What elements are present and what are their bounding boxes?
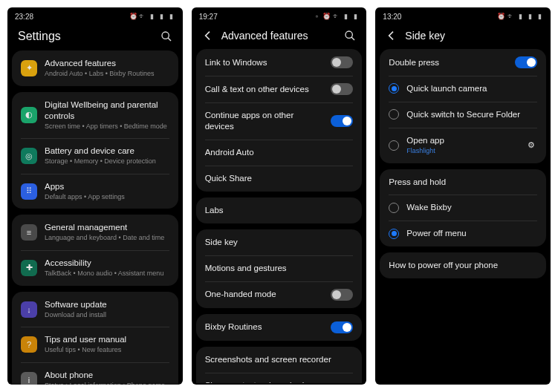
- battery-icon: ◎: [21, 148, 37, 164]
- search-icon[interactable]: [344, 30, 356, 42]
- toggle-bixby-routines[interactable]: [331, 321, 353, 333]
- status-icons: ⏰ ᯤ ▮ ▮ ▮: [497, 13, 543, 20]
- settings-item-apps[interactable]: ⠿AppsDefault apps • App settings: [12, 174, 178, 209]
- item-title: Motions and gestures: [205, 263, 354, 274]
- nfc-icon: ▫: [313, 13, 320, 20]
- wifi-icon: ᯤ: [507, 13, 514, 20]
- wifi-icon: ᯤ: [332, 13, 340, 20]
- toggle-call-text[interactable]: [331, 83, 353, 95]
- section-header: Press and hold: [380, 169, 546, 195]
- how-to-power-off[interactable]: How to power off your phone: [380, 252, 546, 278]
- page-title: Side key: [405, 30, 540, 42]
- radio-label: Quick launch camera: [406, 83, 537, 94]
- adv-item-show-contacts[interactable]: Show contacts when sharing content: [196, 373, 363, 384]
- signal-icon-2: ▮: [526, 13, 533, 20]
- item-subtitle: TalkBack • Mono audio • Assistant menu: [45, 270, 169, 278]
- signal-icon: ▮: [516, 13, 524, 20]
- item-title: Side key: [205, 237, 354, 248]
- adv-group: Labs: [196, 197, 363, 223]
- header: Side key: [375, 22, 551, 49]
- section-toggle[interactable]: [515, 56, 537, 68]
- settings-item-tips[interactable]: ?Tips and user manualUseful tips • New f…: [12, 327, 178, 362]
- signal-icon-2: ▮: [158, 13, 166, 20]
- page-title: Settings: [18, 30, 153, 43]
- page-title: Advanced features: [221, 30, 337, 42]
- accessibility-icon: ✚: [21, 260, 37, 276]
- battery-icon: ▮: [168, 13, 175, 20]
- item-title: Tips and user manual: [45, 334, 169, 345]
- adv-item-screenshots[interactable]: Screenshots and screen recorder: [196, 347, 363, 373]
- adv-item-continue-apps[interactable]: Continue apps on other devices: [196, 102, 363, 140]
- gear-icon[interactable]: ⚙: [525, 140, 537, 151]
- advanced-list[interactable]: Link to WindowsCall & text on other devi…: [192, 49, 367, 383]
- settings-item-accessibility[interactable]: ✚AccessibilityTalkBack • Mono audio • As…: [12, 250, 178, 286]
- item-subtitle: Android Auto • Labs • Bixby Routines: [45, 70, 169, 79]
- back-icon[interactable]: [202, 30, 214, 42]
- item-subtitle: Screen time • App timers • Bedtime mode: [45, 122, 169, 131]
- alarm-icon: ⏰: [497, 13, 505, 20]
- software-icon: ↓: [21, 301, 37, 318]
- settings-item-advanced[interactable]: ✦Advanced featuresAndroid Auto • Labs • …: [12, 50, 178, 86]
- footer-card: How to power off your phone: [380, 252, 546, 278]
- item-title: Show contacts when sharing content: [205, 380, 324, 384]
- item-title: Software update: [45, 299, 169, 310]
- radio-wake-bixby[interactable]: Wake Bixby: [380, 195, 546, 220]
- radio-power-off[interactable]: Power off menu: [380, 220, 546, 246]
- item-title: How to power off your phone: [389, 260, 498, 271]
- settings-item-general[interactable]: ≡General managementLanguage and keyboard…: [12, 215, 178, 250]
- screen-side-key: 13:20 ⏰ ᯤ ▮ ▮ ▮ Side key Double pressQui…: [375, 7, 551, 385]
- item-title: Screenshots and screen recorder: [205, 354, 354, 365]
- settings-item-about[interactable]: iAbout phoneStatus • Legal information •…: [12, 362, 178, 385]
- back-icon[interactable]: [386, 30, 398, 42]
- adv-group: Bixby Routines: [196, 314, 363, 341]
- item-title: Digital Wellbeing and parental controls: [45, 99, 169, 122]
- item-title: Android Auto: [205, 147, 354, 158]
- item-title: Quick Share: [205, 173, 354, 184]
- status-icons: ⏰ ᯤ ▮ ▮ ▮: [129, 13, 175, 20]
- radio-label: Quick switch to Secure Folder: [406, 109, 537, 120]
- item-title: Accessibility: [45, 258, 169, 269]
- settings-item-wellbeing[interactable]: ◐Digital Wellbeing and parental controls…: [12, 92, 178, 139]
- adv-item-one-handed[interactable]: One-handed mode: [196, 281, 363, 308]
- advanced-icon: ✦: [21, 60, 37, 76]
- svg-point-0: [162, 32, 169, 39]
- radio-icon[interactable]: [389, 109, 399, 120]
- adv-item-link-windows[interactable]: Link to Windows: [196, 49, 363, 76]
- section-double-press: Double pressQuick launch cameraQuick swi…: [380, 49, 546, 163]
- screen-advanced-features: 19:27 ▫ ⏰ ᯤ ▮ ▮ Advanced features Link t…: [192, 7, 367, 385]
- adv-item-android-auto[interactable]: Android Auto: [196, 140, 363, 166]
- radio-label: Power off menu: [406, 228, 537, 239]
- radio-icon[interactable]: [389, 229, 399, 239]
- radio-icon[interactable]: [389, 140, 399, 151]
- adv-item-side-key[interactable]: Side key: [196, 229, 363, 255]
- settings-item-battery[interactable]: ◎Battery and device careStorage • Memory…: [12, 138, 178, 174]
- item-title: General management: [45, 222, 169, 233]
- search-icon[interactable]: [160, 30, 172, 42]
- radio-icon[interactable]: [389, 83, 399, 94]
- adv-item-call-text[interactable]: Call & text on other devices: [196, 76, 363, 102]
- header: Advanced features: [192, 22, 367, 49]
- settings-item-software[interactable]: ↓Software updateDownload and install: [12, 292, 178, 327]
- settings-group: ◐Digital Wellbeing and parental controls…: [12, 92, 178, 209]
- item-title: Bixby Routines: [205, 321, 324, 333]
- adv-item-quick-share[interactable]: Quick Share: [196, 166, 363, 192]
- sidekey-list[interactable]: Double pressQuick launch cameraQuick swi…: [375, 49, 551, 383]
- toggle-link-windows[interactable]: [331, 56, 353, 68]
- radio-quick-camera[interactable]: Quick launch camera: [380, 76, 546, 102]
- general-icon: ≡: [21, 224, 37, 241]
- adv-item-bixby-routines[interactable]: Bixby Routines: [196, 314, 363, 341]
- alarm-icon: ⏰: [129, 13, 137, 20]
- adv-group: Link to WindowsCall & text on other devi…: [196, 49, 363, 192]
- adv-item-labs[interactable]: Labs: [196, 197, 363, 223]
- radio-secure-folder[interactable]: Quick switch to Secure Folder: [380, 102, 546, 128]
- adv-item-motions[interactable]: Motions and gestures: [196, 255, 363, 281]
- svg-line-3: [351, 37, 354, 40]
- settings-list[interactable]: ✦Advanced featuresAndroid Auto • Labs • …: [7, 50, 183, 385]
- toggle-one-handed[interactable]: [331, 289, 353, 301]
- radio-open-app[interactable]: Open appFlashlight⚙: [380, 128, 546, 163]
- status-bar: 19:27 ▫ ⏰ ᯤ ▮ ▮: [192, 7, 367, 22]
- radio-icon[interactable]: [389, 203, 399, 213]
- apps-icon: ⠿: [21, 183, 37, 200]
- status-time: 23:28: [15, 13, 33, 21]
- toggle-continue-apps[interactable]: [331, 115, 353, 127]
